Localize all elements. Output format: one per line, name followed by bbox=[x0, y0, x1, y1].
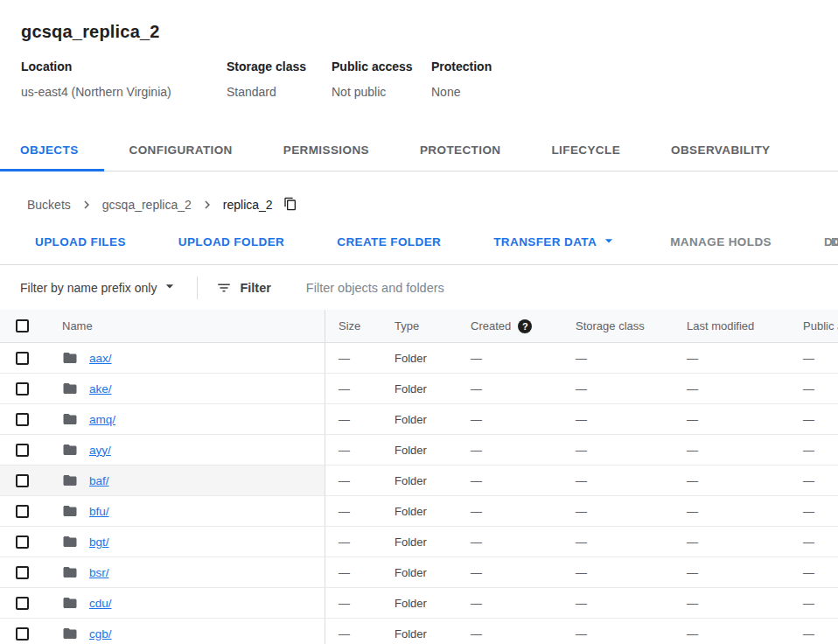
tab-bar: OBJECTS CONFIGURATION PERMISSIONS PROTEC… bbox=[0, 130, 838, 172]
table-row: bsr/ — Folder — — — — bbox=[0, 557, 838, 588]
folder-icon bbox=[62, 442, 78, 458]
storage-class-cell: — bbox=[576, 557, 687, 587]
public-access-cell: — bbox=[803, 466, 838, 495]
folder-link[interactable]: bgt/ bbox=[89, 536, 109, 549]
column-header-name: Name bbox=[49, 310, 325, 342]
folder-icon bbox=[62, 472, 78, 488]
storage-class-cell: — bbox=[576, 343, 687, 373]
tab-protection[interactable]: PROTECTION bbox=[395, 130, 527, 171]
size-cell: — bbox=[325, 496, 395, 526]
breadcrumb-bucket-name[interactable]: gcsqa_replica_2 bbox=[102, 198, 192, 212]
row-checkbox[interactable] bbox=[16, 352, 29, 365]
tab-objects[interactable]: OBJECTS bbox=[0, 130, 104, 171]
row-checkbox[interactable] bbox=[16, 413, 29, 426]
size-cell: — bbox=[325, 619, 395, 644]
column-header-created: Created ? bbox=[471, 310, 576, 342]
created-label: Created bbox=[471, 319, 511, 332]
column-header-size: Size bbox=[325, 310, 395, 342]
storage-class-cell: — bbox=[576, 466, 687, 495]
breadcrumb-buckets[interactable]: Buckets bbox=[27, 198, 71, 212]
row-checkbox[interactable] bbox=[16, 474, 29, 487]
transfer-data-button[interactable]: TRANSFER DATA bbox=[474, 226, 637, 257]
table-header-row: Name Size Type Created ? Storage class L… bbox=[0, 310, 838, 343]
tab-observability[interactable]: OBSERVABILITY bbox=[646, 130, 795, 171]
meta-label: Location bbox=[21, 60, 227, 74]
row-checkbox[interactable] bbox=[16, 505, 29, 518]
folder-link[interactable]: ake/ bbox=[89, 382, 112, 396]
type-cell: Folder bbox=[395, 588, 471, 618]
created-cell: — bbox=[471, 588, 576, 618]
folder-icon bbox=[62, 626, 78, 641]
meta-label: Public access bbox=[332, 60, 431, 74]
bucket-meta: Location us-east4 (Northern Virginia) St… bbox=[21, 60, 838, 99]
select-all-checkbox[interactable] bbox=[16, 319, 29, 332]
row-checkbox[interactable] bbox=[16, 597, 29, 610]
arrow-drop-down-icon bbox=[161, 277, 178, 298]
storage-class-cell: — bbox=[576, 619, 687, 644]
vertical-divider bbox=[197, 276, 198, 299]
folder-link[interactable]: cgb/ bbox=[89, 627, 112, 640]
size-cell: — bbox=[325, 343, 395, 373]
folder-icon bbox=[62, 503, 78, 519]
transfer-data-label: TRANSFER DATA bbox=[493, 235, 597, 248]
table-row: cdu/ — Folder — — — — bbox=[0, 588, 838, 619]
meta-location: Location us-east4 (Northern Virginia) bbox=[21, 60, 227, 99]
tab-permissions[interactable]: PERMISSIONS bbox=[258, 130, 395, 171]
folder-link[interactable]: ayy/ bbox=[89, 444, 111, 457]
storage-class-cell: — bbox=[576, 527, 687, 556]
last-modified-cell: — bbox=[687, 496, 803, 526]
last-modified-cell: — bbox=[687, 588, 803, 618]
row-checkbox[interactable] bbox=[16, 627, 29, 640]
folder-link[interactable]: cdu/ bbox=[89, 597, 112, 610]
folder-icon bbox=[62, 381, 78, 396]
row-checkbox[interactable] bbox=[16, 536, 29, 549]
upload-folder-button[interactable]: UPLOAD FOLDER bbox=[159, 226, 304, 257]
help-icon[interactable]: ? bbox=[518, 319, 532, 333]
filter-list-icon bbox=[216, 280, 232, 296]
tab-lifecycle[interactable]: LIFECYCLE bbox=[526, 130, 646, 171]
created-cell: — bbox=[471, 527, 576, 556]
created-cell: — bbox=[471, 404, 576, 434]
type-cell: Folder bbox=[395, 404, 471, 434]
folder-link[interactable]: bfu/ bbox=[89, 505, 109, 518]
type-cell: Folder bbox=[395, 466, 471, 495]
meta-value: None bbox=[431, 85, 492, 99]
public-access-cell: — bbox=[803, 435, 838, 465]
folder-link[interactable]: bsr/ bbox=[89, 566, 109, 579]
type-cell: Folder bbox=[395, 374, 471, 403]
table-row: bfu/ — Folder — — — — bbox=[0, 496, 838, 527]
last-modified-cell: — bbox=[687, 404, 803, 434]
row-checkbox[interactable] bbox=[16, 444, 29, 457]
row-checkbox[interactable] bbox=[16, 566, 29, 579]
create-folder-button[interactable]: CREATE FOLDER bbox=[318, 226, 460, 257]
folder-link[interactable]: baf/ bbox=[89, 474, 109, 487]
breadcrumb-current-folder: replica_2 bbox=[223, 198, 273, 212]
created-cell: — bbox=[471, 343, 576, 373]
last-modified-cell: — bbox=[687, 343, 803, 373]
delete-button[interactable]: DELETE bbox=[812, 226, 838, 257]
last-modified-cell: — bbox=[687, 527, 803, 556]
filter-scope-dropdown[interactable]: Filter by name prefix only bbox=[20, 277, 178, 298]
public-access-cell: — bbox=[803, 557, 838, 587]
chevron-right-icon bbox=[79, 197, 94, 213]
bucket-header: gcsqa_replica_2 Location us-east4 (North… bbox=[0, 0, 838, 99]
manage-holds-button[interactable]: MANAGE HOLDS bbox=[651, 226, 791, 257]
public-access-cell: — bbox=[803, 404, 838, 434]
objects-table: Name Size Type Created ? Storage class L… bbox=[0, 310, 838, 644]
folder-link[interactable]: aax/ bbox=[89, 352, 112, 365]
row-checkbox[interactable] bbox=[16, 382, 29, 396]
upload-files-button[interactable]: UPLOAD FILES bbox=[16, 226, 145, 257]
copy-path-button[interactable] bbox=[283, 197, 297, 214]
size-cell: — bbox=[325, 374, 395, 403]
filter-objects-input[interactable] bbox=[306, 281, 682, 295]
table-row: aax/ — Folder — — — — bbox=[0, 343, 838, 374]
table-row: bgt/ — Folder — — — — bbox=[0, 527, 838, 557]
last-modified-cell: — bbox=[687, 435, 803, 465]
folder-link[interactable]: amq/ bbox=[89, 413, 115, 426]
last-modified-cell: — bbox=[687, 619, 803, 644]
tab-configuration[interactable]: CONFIGURATION bbox=[104, 130, 258, 171]
public-access-cell: — bbox=[803, 527, 838, 556]
chevron-right-icon bbox=[199, 197, 215, 213]
folder-icon bbox=[62, 595, 78, 611]
header-checkbox-cell bbox=[0, 310, 49, 342]
